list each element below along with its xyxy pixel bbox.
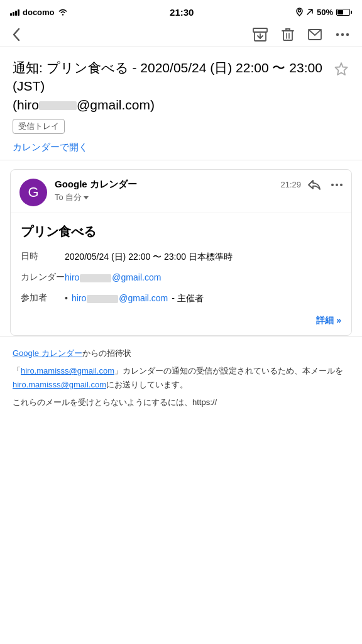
inbox-badge-label: 受信トレイ xyxy=(13,119,65,134)
more-button[interactable] xyxy=(336,33,349,36)
toolbar xyxy=(0,23,362,47)
chevron-down-icon xyxy=(84,196,89,199)
reply-button[interactable] xyxy=(307,179,321,191)
google-calendar-link[interactable]: Google カレンダー xyxy=(13,348,82,358)
subject-text: 通知: プリン食べる - 2020/05/24 (日) 22:00 〜 23:0… xyxy=(13,58,333,114)
star-button[interactable] xyxy=(333,61,349,80)
subject-row: 通知: プリン食べる - 2020/05/24 (日) 22:00 〜 23:0… xyxy=(13,58,349,114)
sender-email-prefix: hiro xyxy=(17,97,39,112)
svg-rect-5 xyxy=(283,31,292,40)
svg-point-14 xyxy=(340,184,343,186)
email-action-buttons xyxy=(307,179,343,191)
inbox-badge: 受信トレイ xyxy=(13,114,349,134)
battery-icon xyxy=(336,9,352,16)
redacted-participant-middle xyxy=(87,295,118,303)
email-to-label[interactable]: To 自分 xyxy=(55,192,301,203)
status-bar: docomo 21:30 50% xyxy=(0,0,362,23)
date-value: 2020/05/24 (日) 22:00 〜 23:00 日本標準時 xyxy=(65,250,341,264)
detail-link[interactable]: 詳細 » xyxy=(316,315,341,326)
calendar-label: カレンダー xyxy=(21,271,65,283)
toolbar-right xyxy=(253,28,349,42)
svg-point-12 xyxy=(331,184,334,186)
archive-button[interactable] xyxy=(253,28,268,42)
calendar-email-link[interactable]: hiro@gmail.com xyxy=(65,272,161,282)
svg-point-10 xyxy=(341,33,344,36)
event-date-row: 日時 2020/05/24 (日) 22:00 〜 23:00 日本標準時 xyxy=(21,250,341,264)
subject-area: 通知: プリン食べる - 2020/05/24 (日) 22:00 〜 23:0… xyxy=(0,47,362,160)
status-left: docomo xyxy=(10,8,68,17)
footer-section: Google カレンダーからの招待状 「hiro.mamisss@gmail.c… xyxy=(0,336,362,419)
footer-email-link-1[interactable]: hiro.mamisss@gmail.com xyxy=(21,366,114,375)
svg-point-13 xyxy=(336,184,338,186)
open-calendar-link[interactable]: カレンダーで開く xyxy=(13,142,349,153)
svg-point-9 xyxy=(336,33,339,36)
svg-point-11 xyxy=(346,33,349,36)
email-time: 21:29 xyxy=(280,180,301,189)
arrow-icon xyxy=(306,8,314,16)
email-meta: Google カレンダー 21:29 To 自分 xyxy=(55,179,301,203)
participant-email-link[interactable]: hiro@gmail.com xyxy=(72,292,168,305)
event-title: プリン食べる xyxy=(21,223,341,240)
sender-name: Google カレンダー xyxy=(55,179,137,191)
redacted-email-middle xyxy=(39,101,77,110)
delete-button[interactable] xyxy=(282,28,294,42)
svg-point-0 xyxy=(62,14,63,15)
calendar-value: hiro@gmail.com xyxy=(65,271,341,284)
svg-point-1 xyxy=(298,9,300,12)
footer-text-2: 「hiro.mamisss@gmail.com」カレンダーの通知の受信が設定され… xyxy=(13,364,349,392)
battery-label: 50% xyxy=(317,8,333,17)
svg-rect-2 xyxy=(253,28,267,32)
back-button[interactable] xyxy=(13,28,20,42)
sender-row: Google カレンダー 21:29 xyxy=(55,179,301,191)
time-display: 21:30 xyxy=(170,7,194,18)
footer-email-link-2[interactable]: hiro.mamisss@gmail.com xyxy=(13,380,106,389)
carrier-label: docomo xyxy=(23,8,55,17)
footer-text-1: Google カレンダーからの招待状 xyxy=(13,347,349,360)
more-email-button[interactable] xyxy=(331,183,343,187)
footer-text-3: これらのメールを受けとらないようにするには、https:// xyxy=(13,396,349,409)
redacted-calendar-middle xyxy=(80,274,111,282)
date-label: 日時 xyxy=(21,250,65,262)
signal-bars xyxy=(10,8,19,16)
participant-role: - 主催者 xyxy=(172,292,204,305)
toolbar-left xyxy=(13,28,20,42)
mark-button[interactable] xyxy=(308,29,322,40)
event-participants-row: 参加者 • hiro@gmail.com - 主催者 xyxy=(21,292,341,308)
detail-link-container: 詳細 » xyxy=(21,315,341,326)
email-card: G Google カレンダー 21:29 To 自分 xyxy=(10,169,352,336)
participant-item: • hiro@gmail.com - 主催者 xyxy=(65,292,341,305)
sender-avatar: G xyxy=(19,179,47,206)
status-right: 50% xyxy=(296,8,352,17)
email-body: プリン食べる 日時 2020/05/24 (日) 22:00 〜 23:00 日… xyxy=(11,213,351,335)
participants-label: 参加者 xyxy=(21,292,65,304)
wifi-icon xyxy=(58,8,68,16)
participants-value: • hiro@gmail.com - 主催者 xyxy=(65,292,341,308)
location-icon xyxy=(296,8,303,16)
bullet-icon: • xyxy=(65,292,68,305)
email-header: G Google カレンダー 21:29 To 自分 xyxy=(11,170,351,213)
event-calendar-row: カレンダー hiro@gmail.com xyxy=(21,271,341,284)
